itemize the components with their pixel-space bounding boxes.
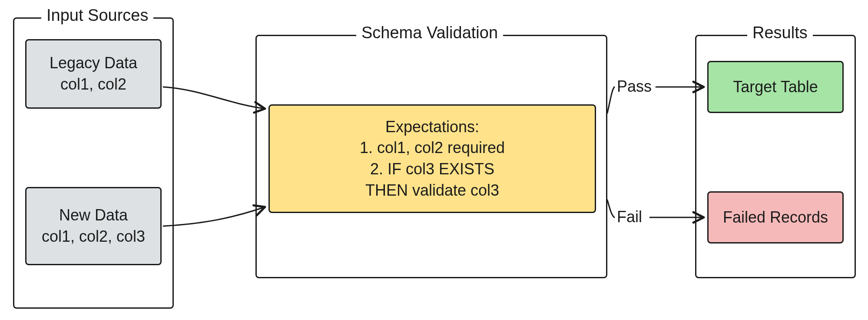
group-schema-validation-title: Schema Validation — [356, 23, 503, 42]
node-target-table: Target Table — [707, 61, 844, 113]
node-failed-label: Failed Records — [723, 207, 828, 228]
group-input-sources-title: Input Sources — [41, 6, 153, 25]
node-legacy-line2: col1, col2 — [60, 74, 126, 95]
arrow-schema-to-pass — [607, 87, 614, 113]
arrow-legacy-to-expectations — [163, 87, 265, 109]
node-target-label: Target Table — [733, 77, 818, 98]
diagram-canvas: Input Sources Legacy Data col1, col2 New… — [0, 0, 868, 320]
node-expectations-line3: 2. IF col3 EXISTS — [370, 159, 494, 180]
node-newdata-line1: New Data — [59, 205, 128, 226]
node-expectations: Expectations: 1. col1, col2 required 2. … — [268, 104, 596, 213]
edge-label-pass: Pass — [617, 77, 652, 96]
edge-label-fail: Fail — [617, 208, 642, 226]
node-expectations-line1: Expectations: — [385, 117, 479, 138]
node-legacy-data: Legacy Data col1, col2 — [25, 39, 162, 109]
node-new-data: New Data col1, col2, col3 — [25, 187, 162, 265]
node-expectations-line2: 1. col1, col2 required — [360, 137, 505, 159]
node-expectations-line4: THEN validate col3 — [365, 180, 499, 201]
arrow-newdata-to-expectations — [163, 207, 265, 226]
arrow-schema-to-fail — [607, 200, 614, 217]
node-newdata-line2: col1, col2, col3 — [42, 226, 145, 247]
group-results-title: Results — [747, 23, 813, 42]
node-legacy-line1: Legacy Data — [50, 53, 137, 74]
node-failed-records: Failed Records — [707, 191, 844, 243]
